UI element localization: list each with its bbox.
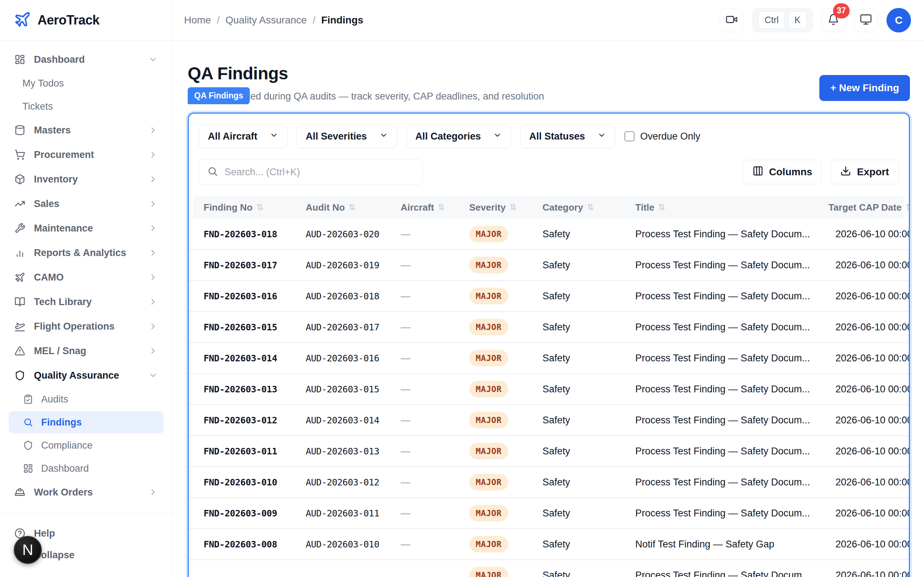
command-palette-button[interactable]: Ctrl K [752,8,813,32]
table-row[interactable]: FND-202603-009AUD-202603-011—MAJORSafety… [189,498,909,529]
sidebar-item-dashboard[interactable]: Dashboard [9,457,163,480]
cell-target-cap-date: 2026-06-10 00:00 [832,322,909,333]
sidebar-item-mel-snag[interactable]: MEL / Snag [9,339,163,363]
severity-badge: MAJOR [469,536,508,553]
column-header-label: Finding No [204,202,253,213]
cell-category: Safety [543,384,635,395]
database-icon [15,125,25,135]
table-row[interactable]: FND-202603-012AUD-202603-014—MAJORSafety… [189,405,909,436]
column-header-title[interactable]: Title⇅ [635,202,832,213]
cell-audit-no: AUD-202603-016 [306,353,401,364]
cell-finding-no: FND-202603-011 [204,446,306,456]
sidebar-item-camo[interactable]: CAMO [9,266,163,289]
sort-icon: ⇅ [658,202,665,213]
cell-title: Process Test Finding — Safety Docum... [635,477,832,488]
overdue-checkbox[interactable] [624,131,635,141]
column-header-label: Audit No [306,202,345,213]
sidebar-item-label: Dashboard [34,54,85,65]
table-row[interactable]: FND-202603-018AUD-202603-020—MAJORSafety… [189,219,909,250]
sidebar-item-tickets[interactable]: Tickets [9,95,163,118]
filter-select-value: All Statuses [529,131,585,142]
sidebar-item-inventory[interactable]: Inventory [9,167,163,191]
chevron-right-icon [149,346,158,356]
cell-target-cap-date: 2026-06-10 00:00 [832,229,909,240]
sidebar-item-procurement[interactable]: Procurement [9,143,163,167]
cell-audit-no: AUD-202603-011 [306,508,401,519]
search-icon [23,417,33,427]
cell-title: Process Test Finding — Safety Docum... [635,229,832,240]
filter-select-statuses[interactable]: All Statuses [520,124,615,148]
export-label: Export [857,166,889,178]
breadcrumb-quality-assurance[interactable]: Quality Assurance [225,15,307,26]
breadcrumb-home[interactable]: Home [184,15,211,26]
table-body: FND-202603-018AUD-202603-020—MAJORSafety… [189,219,909,577]
overdue-only-filter[interactable]: Overdue Only [624,131,701,142]
severity-badge: MAJOR [469,443,508,459]
sidebar-item-masters[interactable]: Masters [9,118,163,142]
columns-button[interactable]: Columns [743,160,822,184]
sidebar-item-compliance[interactable]: Compliance [9,434,163,456]
table-row[interactable]: FND-202603-008AUD-202603-010—MAJORSafety… [189,529,909,560]
table-row[interactable]: FND-202603-017AUD-202603-019—MAJORSafety… [189,250,909,281]
sidebar-item-maintenance[interactable]: Maintenance [9,216,163,240]
cell-finding-no: FND-202603-009 [204,508,306,519]
sidebar-item-reports-analytics[interactable]: Reports & Analytics [9,241,163,265]
table-row[interactable]: FND-202603-010AUD-202603-012—MAJORSafety… [189,467,909,498]
package-icon [15,174,25,185]
sidebar-item-my-todos[interactable]: My Todos [9,72,163,95]
breadcrumb-separator: / [217,15,220,26]
severity-badge: MAJOR [469,319,508,335]
filter-select-aircraft[interactable]: All Aircraft [199,124,287,148]
column-header-aircraft[interactable]: Aircraft⇅ [401,202,469,213]
page-header: QA Findings QA Findings sed during QA au… [188,63,910,106]
search-box[interactable] [199,159,423,185]
cell-severity: MAJOR [469,319,543,335]
user-avatar[interactable]: C [887,8,911,32]
table-row[interactable]: FND-202603-016AUD-202603-018—MAJORSafety… [189,281,909,312]
table-row[interactable]: MAJORSafetyProcess Test Finding — Safety… [189,560,909,577]
filter-select-categories[interactable]: All Categories [406,124,511,148]
column-header-target-cap-date[interactable]: Target CAP Date⇅ [832,202,909,213]
sidebar-item-sales[interactable]: Sales [9,192,163,216]
cell-aircraft: — [401,508,469,519]
sidebar-item-label: Masters [34,125,71,136]
sidebar-item-tech-library[interactable]: Tech Library [9,290,163,314]
severity-badge: MAJOR [469,505,508,521]
filter-select-severities[interactable]: All Severities [297,124,397,148]
topbar-actions: Ctrl K 37 C [720,8,911,32]
brand[interactable]: AeroTrack [0,0,172,40]
new-finding-button[interactable]: + New Finding [819,75,910,101]
cell-severity: MAJOR [469,474,543,490]
table-row[interactable]: FND-202603-013AUD-202603-015—MAJORSafety… [189,374,909,405]
table-row[interactable]: FND-202603-011AUD-202603-013—MAJORSafety… [189,436,909,467]
video-call-button[interactable] [720,8,743,32]
cell-category: Safety [543,415,635,426]
chevron-right-icon [149,126,158,135]
export-button[interactable]: Export [830,160,899,184]
cell-audit-no: AUD-202603-010 [306,539,401,550]
table-row[interactable]: FND-202603-014AUD-202603-016—MAJORSafety… [189,343,909,374]
nextjs-dev-badge[interactable]: N [14,536,42,564]
chevron-down-icon [270,131,278,142]
cell-aircraft: — [401,229,469,240]
column-header-category[interactable]: Category⇅ [543,202,635,213]
search-input[interactable] [225,167,414,178]
chevron-right-icon [149,174,158,184]
column-header-severity[interactable]: Severity⇅ [469,202,543,213]
sidebar-item-work-orders[interactable]: Work Orders [9,480,163,504]
column-header-audit-no[interactable]: Audit No⇅ [306,202,401,213]
display-mode-button[interactable] [854,8,878,32]
sidebar-item-quality-assurance[interactable]: Quality Assurance [9,364,163,387]
sidebar-item-flight-operations[interactable]: Flight Operations [9,314,163,338]
column-header-finding-no[interactable]: Finding No⇅ [204,202,306,213]
sidebar-item-findings[interactable]: Findings [9,411,163,434]
sidebar-item-dashboard[interactable]: Dashboard [9,48,163,71]
column-header-label: Category [543,202,583,213]
table-row[interactable]: FND-202603-015AUD-202603-017—MAJORSafety… [189,312,909,343]
sidebar-item-audits[interactable]: Audits [9,388,163,410]
cell-severity: MAJOR [469,288,543,305]
chevron-right-icon [149,297,158,306]
clipboard-check-icon [23,394,33,404]
app-root: AeroTrack DashboardMy TodosTicketsMaster… [0,0,924,577]
sidebar-item-label: Compliance [41,440,93,451]
